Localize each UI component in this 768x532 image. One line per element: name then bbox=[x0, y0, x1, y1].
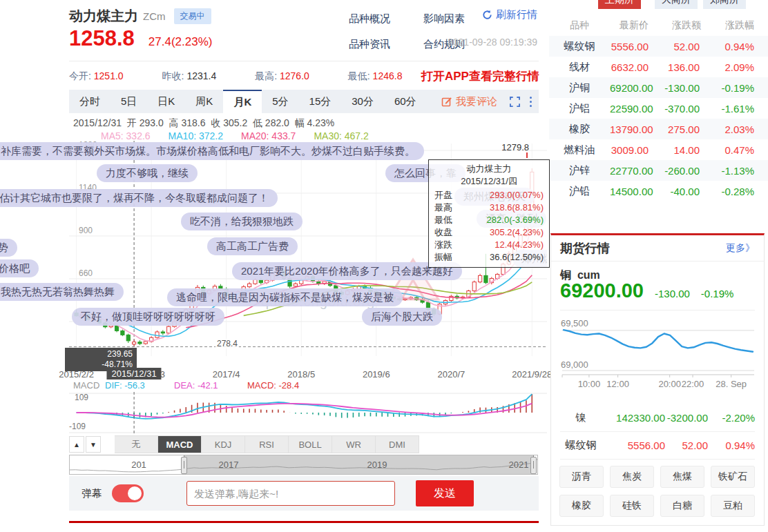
row-name: 橡胶 bbox=[549, 123, 610, 136]
tooltip-row-最低: 最低282.0(-3.69%) bbox=[434, 214, 544, 226]
mini-chart: 10:0012:0020:0022:0028. Sep bbox=[557, 317, 758, 404]
indicator-tabs: 无MACDKDJRSIBOLLWRDMI bbox=[115, 435, 419, 453]
commodity-button-橡胶[interactable]: 橡胶 bbox=[559, 495, 604, 517]
tab-分时[interactable]: 分时 bbox=[69, 90, 111, 113]
commodity-button-白糖[interactable]: 白糖 bbox=[660, 495, 704, 517]
indicator-tab-BOLL[interactable]: BOLL bbox=[289, 435, 332, 453]
stats-row: 今开: 1251.0 昨收: 1231.4 最高: 1276.0 最低: 124… bbox=[69, 70, 441, 83]
header-link-1[interactable]: 品种概况 bbox=[349, 12, 390, 26]
commodity-button-焦煤[interactable]: 焦煤 bbox=[660, 466, 704, 488]
tooltip-value: 293.0(0.07%) bbox=[490, 189, 544, 201]
row-price: 22590.00 bbox=[610, 103, 658, 115]
refresh-label: 刷新行情 bbox=[496, 8, 537, 21]
row-percent: -1.13% bbox=[711, 165, 768, 177]
table-row-沪锌[interactable]: 沪锌22770.00-260.00-1.13% bbox=[549, 160, 768, 181]
row-change: -40.00 bbox=[658, 186, 711, 197]
tab-5分[interactable]: 5分 bbox=[262, 90, 298, 113]
svg-text:900: 900 bbox=[79, 226, 93, 235]
x-axis: 2015/2/22016/32017/42018/52019/62020/720… bbox=[69, 367, 547, 381]
tab-月K[interactable]: 月K bbox=[223, 90, 262, 113]
row-percent: -0.28% bbox=[711, 186, 768, 197]
tab-5日[interactable]: 5日 bbox=[111, 90, 147, 113]
crosshair-y-value: 239.65 bbox=[69, 349, 133, 359]
chart-navigator[interactable]: 201201720192021 bbox=[69, 455, 538, 475]
exchange-tab-上期所[interactable]: 上期所 bbox=[598, 0, 641, 9]
indicator-tab-MACD[interactable]: MACD bbox=[158, 435, 202, 453]
futures-row-螺纹钢[interactable]: 螺纹钢5556.0052.000.94% bbox=[560, 431, 755, 460]
danmu-toggle[interactable] bbox=[112, 484, 144, 502]
tabbar-actions: 我要评论 bbox=[441, 90, 539, 113]
table-row-沪铅[interactable]: 沪铅14500.00-40.00-0.28% bbox=[549, 181, 768, 201]
high-price-label: 1279.8 bbox=[483, 142, 529, 152]
row-change: 275.00 bbox=[658, 124, 711, 135]
row-price: 5556.00 bbox=[602, 440, 665, 451]
table-row-线材[interactable]: 线材6632.00136.002.09% bbox=[549, 57, 768, 77]
navigator-left-handle[interactable] bbox=[181, 457, 187, 474]
danmu-bubble-7: 势 bbox=[0, 239, 17, 257]
svg-text:10:00: 10:00 bbox=[578, 379, 601, 389]
row-percent: 2.03% bbox=[711, 124, 768, 135]
commodity-button-铁矿石[interactable]: 铁矿石 bbox=[711, 466, 755, 488]
table-row-螺纹钢[interactable]: 螺纹钢5556.0052.000.94% bbox=[549, 36, 768, 57]
exchange-tab-大商所[interactable]: 大商所 bbox=[655, 0, 698, 9]
tab-日K[interactable]: 日K bbox=[147, 90, 185, 113]
tooltip-value: 305.2(4.23%) bbox=[490, 226, 544, 239]
more-menu-icon[interactable] bbox=[530, 95, 532, 108]
table-row-沪铜[interactable]: 沪铜69200.00-130.00-0.19% bbox=[549, 77, 768, 98]
commodity-button-硅铁[interactable]: 硅铁 bbox=[610, 495, 654, 517]
indicator-tab-WR[interactable]: WR bbox=[332, 435, 376, 453]
tab-周K[interactable]: 周K bbox=[185, 90, 223, 113]
price-change: 27.4(2.23%) bbox=[148, 35, 213, 49]
kline-ohlc-info: 2015/12/31 开 293.0 高 318.6 收 305.2 低 282… bbox=[73, 117, 334, 130]
navigator-year-label: 2021 bbox=[509, 460, 529, 470]
commodity-button-沥青[interactable]: 沥青 bbox=[559, 466, 604, 488]
comment-button[interactable]: 我要评论 bbox=[441, 95, 497, 108]
futures-row-镍[interactable]: 镍142330.00-3200.00-2.20% bbox=[560, 404, 755, 432]
header-link-2[interactable]: 影响因素 bbox=[423, 12, 465, 26]
refresh-icon bbox=[482, 10, 492, 20]
tab-60分[interactable]: 60分 bbox=[384, 90, 427, 113]
open-value: 1251.0 bbox=[94, 70, 124, 81]
row-name: 沪铜 bbox=[549, 81, 610, 95]
header-link-3[interactable]: 品种资讯 bbox=[349, 38, 390, 51]
commodity-button-焦炭[interactable]: 焦炭 bbox=[610, 466, 654, 488]
app-promo-link[interactable]: 打开APP查看完整行情 bbox=[421, 68, 539, 84]
indicator-tab-KDJ[interactable]: KDJ bbox=[202, 435, 245, 453]
danmu-input[interactable] bbox=[186, 481, 395, 506]
row-price: 6632.00 bbox=[610, 61, 658, 73]
tab-30分[interactable]: 30分 bbox=[341, 90, 384, 113]
indicator-tab-DMI[interactable]: DMI bbox=[376, 435, 419, 453]
futures-panel: 期货行情 更多》 铜 cum 69200.00 -130.00 -0.19% 6… bbox=[550, 233, 765, 526]
row-percent: -0.19% bbox=[711, 82, 768, 94]
navigator-right-handle[interactable] bbox=[530, 457, 537, 474]
last-price: 1258.8 bbox=[69, 26, 135, 51]
danmu-label: 弹幕 bbox=[81, 487, 102, 500]
refresh-button[interactable]: 刷新行情 bbox=[482, 8, 537, 21]
row-change: 52.00 bbox=[665, 440, 713, 451]
header-divider bbox=[69, 61, 539, 61]
instrument-symbol: ZCm bbox=[143, 10, 166, 22]
commodity-buttons: 沥青焦炭焦煤铁矿石橡胶硅铁白糖豆粕 bbox=[559, 466, 755, 517]
ma30-value: MA30: 467.2 bbox=[314, 130, 368, 141]
table-row-燃料油[interactable]: 燃料油3009.0014.000.47% bbox=[549, 139, 768, 160]
send-button[interactable]: 发送 bbox=[416, 480, 474, 506]
indicator-tab-RSI[interactable]: RSI bbox=[245, 435, 289, 453]
scroll-down-button[interactable]: ▼ bbox=[86, 436, 101, 453]
row-name: 螺纹钢 bbox=[549, 40, 610, 53]
table-row-沪铝[interactable]: 沪铝22590.00-370.00-1.61% bbox=[549, 98, 768, 119]
crosshair-price-label: 278.4 bbox=[215, 339, 239, 348]
macd-dif-value: DIF: -56.3 bbox=[105, 380, 145, 391]
row-name: 沪铅 bbox=[549, 185, 610, 198]
scroll-up-button[interactable]: ▲ bbox=[69, 436, 84, 453]
quote-timestamp: 2021-09-28 09:19:39 bbox=[448, 37, 537, 48]
macd-canvas bbox=[69, 392, 547, 435]
table-row-橡胶[interactable]: 橡胶13790.00275.002.03% bbox=[549, 119, 768, 139]
navigator-year-label: 2017 bbox=[219, 460, 239, 470]
tab-15分[interactable]: 15分 bbox=[299, 90, 342, 113]
indicator-tab-无[interactable]: 无 bbox=[115, 435, 158, 453]
exchange-tab-郑商所[interactable]: 郑商所 bbox=[703, 0, 746, 9]
more-link[interactable]: 更多》 bbox=[726, 242, 755, 255]
fullscreen-icon[interactable] bbox=[510, 97, 520, 107]
commodity-button-豆粕[interactable]: 豆粕 bbox=[711, 495, 755, 517]
ma-values-row: MA5: 332.6MA10: 372.2MA20: 433.7MA30: 46… bbox=[101, 130, 369, 141]
